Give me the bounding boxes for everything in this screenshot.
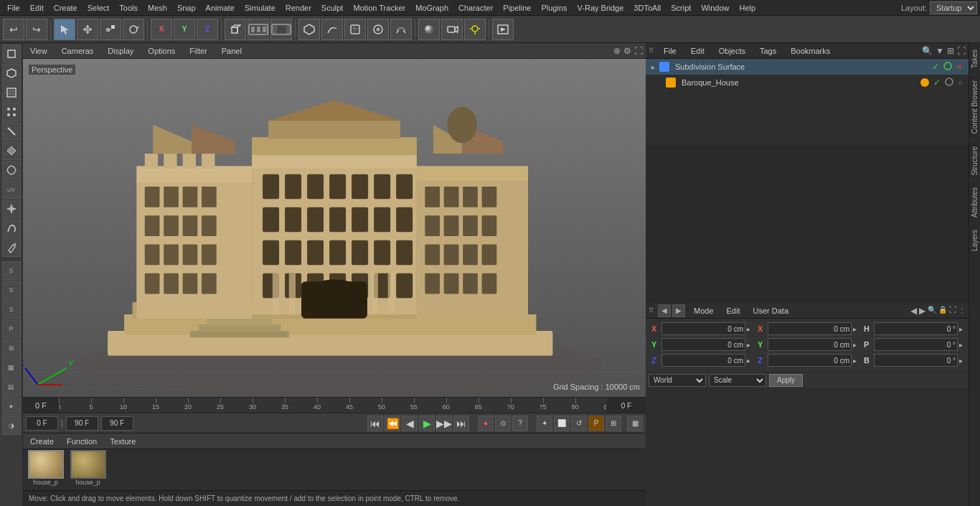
menu-mesh[interactable]: Mesh bbox=[143, 2, 171, 14]
light-button[interactable] bbox=[464, 19, 486, 40]
menu-file[interactable]: File bbox=[3, 2, 24, 14]
z-axis-button[interactable]: Z bbox=[197, 19, 218, 40]
rv-tab-attributes[interactable]: Attributes bbox=[969, 181, 980, 223]
attr-lock-icon[interactable]: 🔒 bbox=[938, 306, 947, 316]
om-tags-menu[interactable]: Tags bbox=[755, 45, 781, 57]
om-objects-menu[interactable]: Objects bbox=[715, 45, 750, 57]
menu-window[interactable]: Window bbox=[697, 2, 733, 14]
b-input[interactable] bbox=[874, 354, 958, 367]
p-arrow[interactable]: ▸ bbox=[959, 341, 963, 349]
grid-btn[interactable]: ⊞ bbox=[606, 416, 621, 431]
goto-end-button[interactable]: ⏭ bbox=[453, 416, 469, 431]
goto-start-button[interactable]: ⏮ bbox=[367, 416, 383, 431]
menu-help[interactable]: Help bbox=[735, 2, 760, 14]
menu-sculpt[interactable]: Sculpt bbox=[317, 2, 348, 14]
lt-btn-i[interactable]: ◑ bbox=[2, 416, 21, 435]
vt-panel[interactable]: Panel bbox=[217, 45, 246, 57]
current-frame-input[interactable] bbox=[23, 398, 59, 413]
mat-function-menu[interactable]: Function bbox=[62, 436, 101, 446]
object-row-house[interactable]: Baroque_House ✓ ○ bbox=[646, 75, 969, 90]
attr-expand-icon[interactable]: ⛶ bbox=[949, 306, 956, 316]
camera-button[interactable] bbox=[441, 19, 463, 40]
step-back-button[interactable]: ⏪ bbox=[385, 416, 400, 431]
subdiv-lock-icon[interactable]: ✕ bbox=[956, 62, 963, 72]
om-search-icon[interactable]: 🔍 bbox=[922, 46, 933, 56]
lt-btn-c[interactable]: S bbox=[2, 300, 21, 319]
p-input[interactable] bbox=[874, 338, 958, 351]
lt-btn-h[interactable]: ● bbox=[2, 397, 21, 416]
rv-tab-structure[interactable]: Structure bbox=[969, 140, 980, 182]
step-forward-button[interactable]: ▶▶ bbox=[436, 416, 452, 431]
attr-fwd-icon[interactable]: ▶ bbox=[919, 306, 925, 316]
layout-select[interactable]: Startup bbox=[930, 1, 977, 14]
y-axis-button[interactable]: Y bbox=[174, 19, 195, 40]
menu-script[interactable]: Script bbox=[666, 2, 695, 14]
mat-texture-menu[interactable]: Texture bbox=[105, 436, 140, 446]
y-size-input[interactable] bbox=[768, 338, 852, 351]
lt-texture-mode[interactable] bbox=[2, 83, 21, 102]
menu-vray[interactable]: V-Ray Bridge bbox=[573, 2, 628, 14]
record-btn-2[interactable]: P bbox=[588, 416, 604, 431]
subdiv-vis-icon[interactable]: ✓ bbox=[932, 62, 939, 72]
lt-btn-b[interactable]: S bbox=[2, 281, 21, 299]
scale-tool-button[interactable] bbox=[100, 19, 121, 40]
scale-dropdown[interactable]: Scale bbox=[709, 374, 766, 387]
step-forward-small-button[interactable]: ◀ bbox=[402, 416, 418, 431]
om-bookmarks-menu[interactable]: Bookmarks bbox=[786, 45, 834, 57]
lt-paint-button[interactable] bbox=[2, 238, 21, 257]
attr-settings-icon[interactable]: ⋮ bbox=[958, 306, 966, 316]
select-tool-button[interactable] bbox=[54, 19, 75, 40]
undo-button[interactable]: ↩ bbox=[3, 19, 24, 40]
vt-cameras[interactable]: Cameras bbox=[57, 45, 98, 57]
x-axis-button[interactable]: X bbox=[151, 19, 172, 40]
menu-create[interactable]: Create bbox=[50, 2, 82, 14]
viewport-maximize-icon[interactable]: ⛶ bbox=[634, 46, 643, 56]
material-item-1[interactable]: house_p bbox=[26, 450, 65, 489]
lt-object-mode[interactable] bbox=[2, 64, 21, 83]
render-button[interactable] bbox=[270, 19, 292, 40]
menu-plugins[interactable]: Plugins bbox=[537, 2, 571, 14]
om-file-menu[interactable]: File bbox=[659, 45, 681, 57]
rotate-tool-button[interactable] bbox=[123, 19, 144, 40]
viewport-settings-icon[interactable]: ⚙ bbox=[623, 46, 631, 56]
object-mode-button[interactable] bbox=[225, 19, 246, 40]
lt-btn-f[interactable]: ▦ bbox=[2, 358, 21, 377]
attr-back-icon[interactable]: ◀ bbox=[910, 306, 917, 316]
vt-display[interactable]: Display bbox=[103, 45, 138, 57]
generator-button[interactable] bbox=[367, 19, 389, 40]
z-size-input[interactable] bbox=[768, 354, 852, 367]
select-btn-2[interactable]: ⬜ bbox=[554, 416, 570, 431]
3d-viewport[interactable]: Y X Perspective Grid Spacing : 10000 cm bbox=[23, 59, 646, 397]
attr-mode-menu[interactable]: Mode bbox=[689, 306, 718, 316]
menu-simulate[interactable]: Simulate bbox=[240, 2, 280, 14]
lt-vertex-mode[interactable] bbox=[2, 103, 21, 121]
menu-character[interactable]: Character bbox=[454, 2, 497, 14]
menu-edit[interactable]: Edit bbox=[26, 2, 48, 14]
vt-options[interactable]: Options bbox=[143, 45, 179, 57]
vt-filter[interactable]: Filter bbox=[185, 45, 211, 57]
render-btn-2[interactable]: ▦ bbox=[627, 416, 643, 431]
lt-btn-a[interactable]: S bbox=[2, 261, 21, 280]
material-item-2[interactable]: house_p bbox=[68, 450, 108, 489]
om-filter-icon[interactable]: ▼ bbox=[936, 46, 944, 56]
menu-motion-tracker[interactable]: Motion Tracker bbox=[349, 2, 410, 14]
start-frame-input[interactable] bbox=[26, 416, 58, 431]
attr-nav-prev[interactable]: ◀ bbox=[658, 304, 671, 317]
attr-search-icon[interactable]: 🔍 bbox=[928, 306, 936, 316]
h-arrow[interactable]: ▸ bbox=[959, 325, 963, 333]
x-size-input[interactable] bbox=[768, 322, 852, 335]
lt-btn-e[interactable]: ⊞ bbox=[2, 339, 21, 357]
x-pos-input[interactable] bbox=[661, 322, 745, 335]
rv-tab-takes[interactable]: Takes bbox=[969, 43, 980, 74]
om-maximize-icon[interactable]: ⛶ bbox=[957, 46, 966, 56]
nurbs-button[interactable] bbox=[344, 19, 366, 40]
deformer-button[interactable] bbox=[390, 19, 412, 40]
lt-edge-mode[interactable] bbox=[2, 122, 21, 141]
viewport-expand-icon[interactable]: ⊕ bbox=[613, 46, 621, 56]
lt-btn-d[interactable]: P bbox=[2, 319, 21, 338]
render-view-button[interactable] bbox=[492, 19, 514, 40]
play-button[interactable]: ▶ bbox=[419, 416, 435, 431]
om-layout-icon[interactable]: ⊞ bbox=[947, 46, 954, 56]
object-button[interactable] bbox=[298, 19, 320, 40]
om-edit-menu[interactable]: Edit bbox=[687, 45, 709, 57]
